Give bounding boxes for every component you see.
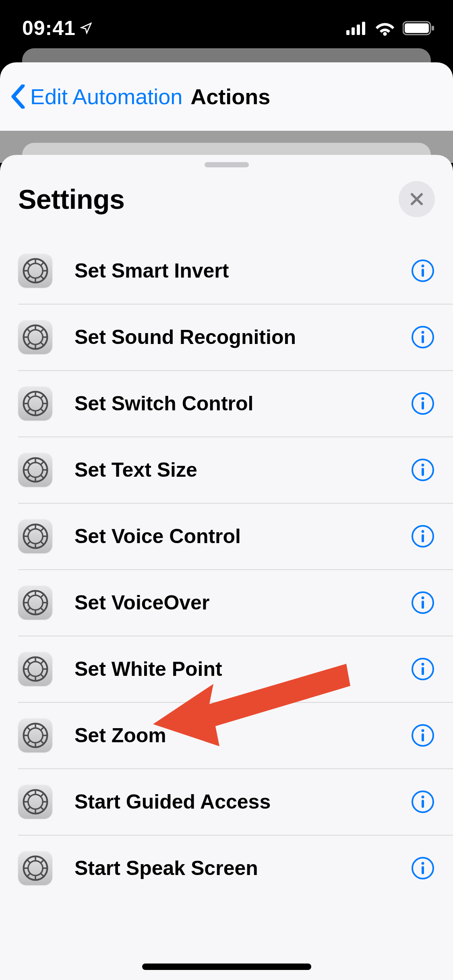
svg-rect-5 [405, 23, 429, 33]
action-row[interactable]: Set Text Size [0, 436, 453, 503]
svg-rect-45 [422, 401, 424, 410]
svg-point-57 [422, 463, 424, 466]
svg-line-39 [27, 395, 30, 398]
sheet-grabber[interactable] [205, 162, 249, 167]
svg-rect-97 [422, 667, 424, 675]
action-row[interactable]: Set Voice Control [0, 503, 453, 569]
svg-rect-84 [422, 601, 424, 609]
chevron-back-icon [10, 84, 26, 109]
back-label: Edit Automation [30, 84, 182, 109]
action-row[interactable]: Set Zoom [0, 702, 453, 768]
action-row[interactable]: Start Speak Screen [0, 835, 453, 901]
action-row[interactable]: Set Smart Invert [0, 237, 453, 304]
svg-line-55 [27, 475, 30, 478]
action-label: Start Speak Screen [74, 856, 411, 880]
svg-line-105 [40, 740, 43, 743]
svg-point-135 [422, 862, 424, 865]
svg-line-80 [40, 594, 43, 597]
info-button[interactable] [411, 723, 435, 747]
svg-point-109 [422, 729, 424, 732]
info-button[interactable] [411, 259, 435, 283]
info-button[interactable] [411, 591, 435, 615]
svg-rect-110 [422, 733, 424, 741]
svg-point-18 [422, 264, 424, 267]
svg-line-79 [40, 607, 43, 611]
back-button[interactable]: Edit Automation [10, 84, 182, 109]
svg-line-53 [40, 475, 43, 478]
settings-app-icon [18, 453, 52, 487]
action-label: Set White Point [74, 657, 411, 681]
status-right [346, 21, 435, 36]
settings-app-icon [18, 320, 52, 354]
action-row[interactable]: Start Guided Access [0, 768, 453, 835]
settings-app-icon [18, 851, 52, 885]
action-row[interactable]: Set VoiceOver [0, 569, 453, 636]
svg-line-104 [27, 727, 30, 730]
status-time-group: 09:41 [22, 16, 93, 40]
svg-line-15 [40, 262, 43, 266]
svg-line-14 [40, 276, 43, 279]
info-button[interactable] [411, 458, 435, 482]
info-button[interactable] [411, 391, 435, 416]
svg-point-44 [422, 397, 424, 400]
info-button[interactable] [411, 790, 435, 814]
status-time: 09:41 [22, 16, 76, 40]
svg-point-31 [422, 331, 424, 334]
svg-line-26 [27, 329, 30, 332]
svg-line-66 [40, 541, 43, 544]
action-label: Set Zoom [74, 724, 411, 747]
battery-icon [403, 21, 435, 36]
info-button[interactable] [411, 325, 435, 349]
action-label: Set Sound Recognition [74, 325, 411, 349]
svg-rect-136 [422, 866, 424, 874]
action-label: Set Text Size [74, 458, 411, 482]
svg-rect-3 [362, 22, 365, 35]
svg-line-119 [40, 793, 43, 797]
svg-line-42 [27, 408, 30, 412]
svg-rect-32 [422, 335, 424, 343]
svg-line-94 [27, 674, 30, 677]
settings-app-icon [18, 718, 52, 752]
info-button[interactable] [411, 856, 435, 880]
svg-rect-1 [352, 27, 355, 35]
svg-line-29 [27, 342, 30, 345]
svg-line-27 [40, 342, 43, 345]
action-label: Start Guided Access [74, 790, 411, 813]
settings-app-icon [18, 652, 52, 686]
svg-line-41 [40, 395, 43, 398]
action-list: Set Smart InvertSet Sound RecognitionSet… [0, 237, 453, 901]
svg-line-78 [27, 594, 30, 597]
close-button[interactable] [399, 181, 435, 217]
svg-rect-0 [346, 30, 350, 35]
action-label: Set Switch Control [74, 392, 411, 415]
svg-rect-71 [422, 534, 424, 542]
svg-line-132 [40, 860, 43, 863]
info-button[interactable] [411, 524, 435, 548]
svg-line-120 [27, 807, 30, 810]
svg-rect-6 [432, 26, 434, 31]
svg-line-118 [40, 807, 43, 810]
svg-line-54 [40, 461, 43, 465]
info-button[interactable] [411, 657, 435, 681]
svg-line-81 [27, 607, 30, 611]
svg-line-65 [27, 528, 30, 531]
settings-app-icon [18, 519, 52, 553]
action-label: Set Voice Control [74, 525, 411, 548]
action-row[interactable]: Set White Point [0, 636, 453, 702]
settings-app-icon [18, 585, 52, 620]
action-row[interactable]: Set Sound Recognition [0, 304, 453, 370]
action-row[interactable]: Set Switch Control [0, 370, 453, 436]
svg-line-92 [40, 674, 43, 677]
svg-line-28 [40, 329, 43, 332]
settings-app-icon [18, 253, 52, 288]
navigation-bar: Edit Automation Actions [0, 62, 453, 131]
svg-line-40 [40, 408, 43, 412]
svg-rect-19 [422, 269, 424, 277]
svg-line-68 [27, 541, 30, 544]
svg-line-131 [40, 873, 43, 876]
home-indicator[interactable] [142, 964, 311, 970]
wifi-icon [374, 21, 395, 36]
location-icon [80, 22, 93, 35]
settings-app-icon [18, 784, 52, 819]
svg-line-93 [40, 661, 43, 664]
